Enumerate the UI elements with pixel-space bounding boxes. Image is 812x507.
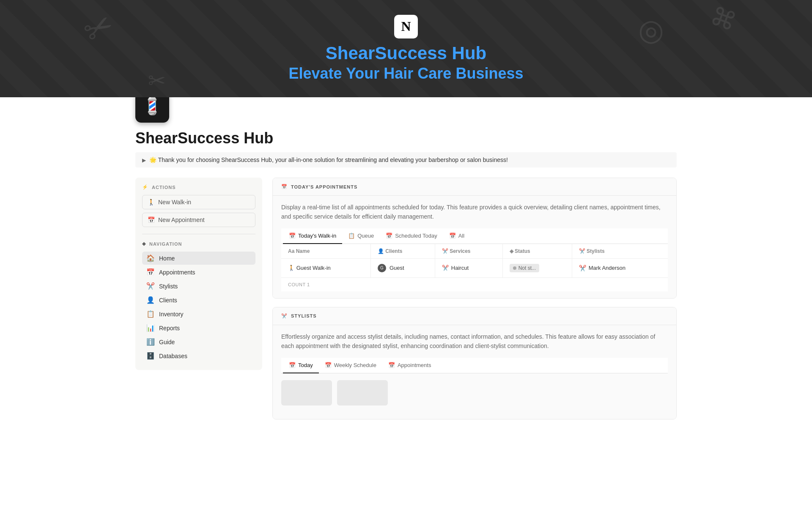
stylists-card: ✂️ Stylists Effortlessly organize and ac… bbox=[272, 307, 677, 419]
sidebar-item-inventory-label: Inventory bbox=[159, 311, 184, 318]
service-icon: ✂️ bbox=[442, 265, 449, 271]
appointments-tabs: 📅 Today's Walk-in 📋 Queue 📅 Scheduled To… bbox=[281, 228, 668, 244]
sidebar-item-reports-label: Reports bbox=[159, 325, 180, 332]
sidebar-item-appointments-label: Appointments bbox=[159, 269, 195, 276]
intro-callout[interactable]: ▶ 🌟 Thank you for choosing ShearSuccess … bbox=[135, 152, 677, 167]
new-walkin-label: New Walk-in bbox=[158, 199, 191, 206]
col-clients-icon: 👤 bbox=[378, 248, 385, 254]
stylists-card-body: Effortlessly organize and access stylist… bbox=[273, 325, 676, 419]
tab-appointments-icon: 📅 bbox=[388, 362, 395, 368]
sidebar-item-clients[interactable]: 👤 Clients bbox=[142, 293, 255, 307]
stylists-tabs: 📅 Today 📅 Weekly Schedule 📅 Appointments bbox=[281, 358, 668, 373]
page-title: ShearSuccess Hub bbox=[135, 129, 677, 147]
sidebar-item-reports[interactable]: 📊 Reports bbox=[142, 321, 255, 334]
stylist-cell-icon: ✂️ bbox=[579, 265, 586, 271]
right-panel: 📅 Today's Appointments Display a real-ti… bbox=[272, 178, 677, 428]
sidebar-item-databases[interactable]: 🗄️ Databases bbox=[142, 349, 255, 362]
tab-scheduled-icon: 📅 bbox=[386, 233, 392, 239]
new-walkin-button[interactable]: 🚶 New Walk-in bbox=[142, 195, 255, 209]
divider-1 bbox=[142, 234, 255, 234]
count-row: COUNT 1 bbox=[281, 278, 668, 291]
appointments-section-title: Today's Appointments bbox=[291, 184, 357, 189]
left-panel: ⚡ Actions 🚶 New Walk-in 📅 New Appointmen… bbox=[135, 178, 262, 370]
appointments-header-icon: 📅 bbox=[281, 184, 288, 189]
navigation-header: ◈ Navigation bbox=[142, 241, 255, 247]
deco-scissors-3: ✂ bbox=[148, 69, 166, 93]
banner-title-highlight: ShearSuccess bbox=[326, 43, 447, 63]
status-dot bbox=[513, 266, 516, 270]
sidebar-item-home-label: Home bbox=[159, 255, 175, 262]
inventory-icon: 📋 bbox=[146, 310, 155, 318]
appointments-card-body: Display a real-time list of all appointm… bbox=[273, 196, 676, 298]
tab-walkin-icon: 📅 bbox=[289, 233, 296, 239]
tab-today-icon: 📅 bbox=[289, 362, 296, 368]
header-banner: ✂ ⌘ ✂ ◎ N ShearSuccess Hub Elevate Your … bbox=[0, 0, 812, 97]
notion-logo: N bbox=[394, 15, 418, 38]
banner-subtitle: Elevate Your Hair Care Business bbox=[289, 65, 524, 82]
home-icon: 🏠 bbox=[146, 254, 155, 262]
col-stylists: ✂️ Stylists bbox=[572, 244, 668, 259]
stylists-description: Effortlessly organize and access stylist… bbox=[281, 332, 668, 351]
table-row[interactable]: 🚶 Guest Walk-in G Guest bbox=[281, 258, 668, 277]
appointments-icon: 📅 bbox=[146, 268, 155, 276]
tab-all[interactable]: 📅 All bbox=[443, 228, 470, 244]
tab-weekly-icon: 📅 bbox=[325, 362, 332, 368]
tab-todays-walkin[interactable]: 📅 Today's Walk-in bbox=[283, 228, 342, 244]
new-appointment-button[interactable]: 📅 New Appointment bbox=[142, 213, 255, 227]
sidebar-item-inventory[interactable]: 📋 Inventory bbox=[142, 307, 255, 321]
deco-scissors-1: ✂ bbox=[77, 4, 121, 52]
tab-queue-icon: 📋 bbox=[348, 233, 355, 239]
sidebar-item-stylists-label: Stylists bbox=[159, 283, 178, 290]
toggle-arrow-icon: ▶ bbox=[142, 157, 146, 163]
tab-all-icon: 📅 bbox=[449, 233, 456, 239]
lightning-icon: ⚡ bbox=[142, 184, 148, 190]
databases-icon: 🗄️ bbox=[146, 352, 155, 360]
appointments-description: Display a real-time list of all appointm… bbox=[281, 203, 668, 222]
appointments-card-header: 📅 Today's Appointments bbox=[273, 178, 676, 196]
deco-circle: ◎ bbox=[638, 13, 664, 47]
stylists-icon: ✂️ bbox=[146, 282, 155, 290]
deco-comb: ⌘ bbox=[706, 1, 740, 37]
sidebar-item-clients-label: Clients bbox=[159, 297, 177, 304]
sidebar-item-guide[interactable]: ℹ️ Guide bbox=[142, 335, 255, 348]
col-services: ✂️ Services bbox=[435, 244, 502, 259]
sidebar-item-stylists[interactable]: ✂️ Stylists bbox=[142, 280, 255, 293]
sidebar-item-guide-label: Guide bbox=[159, 339, 175, 345]
guide-icon: ℹ️ bbox=[146, 338, 155, 346]
tab-today[interactable]: 📅 Today bbox=[283, 358, 319, 373]
tab-weekly-schedule[interactable]: 📅 Weekly Schedule bbox=[319, 358, 382, 373]
stylist-card-placeholder-2 bbox=[337, 380, 388, 406]
row-stylist-cell: ✂️ Mark Anderson bbox=[572, 258, 668, 277]
banner-title: ShearSuccess Hub bbox=[326, 44, 487, 63]
intro-text: 🌟 Thank you for choosing ShearSuccess Hu… bbox=[149, 156, 508, 163]
stylists-card-header: ✂️ Stylists bbox=[273, 307, 676, 325]
row-client-cell: G Guest bbox=[370, 258, 435, 277]
calendar-icon: 📅 bbox=[148, 217, 155, 223]
client-avatar: G bbox=[378, 264, 386, 272]
walkin-icon: 🚶 bbox=[148, 199, 155, 206]
tab-appointments[interactable]: 📅 Appointments bbox=[382, 358, 437, 373]
row-status-cell: Not st... bbox=[502, 258, 572, 277]
row-name-cell: 🚶 Guest Walk-in bbox=[281, 258, 370, 277]
status-badge: Not st... bbox=[510, 264, 539, 272]
main-layout: ⚡ Actions 🚶 New Walk-in 📅 New Appointmen… bbox=[135, 178, 677, 428]
appointments-card: 📅 Today's Appointments Display a real-ti… bbox=[272, 178, 677, 299]
sidebar-item-home[interactable]: 🏠 Home bbox=[142, 252, 255, 265]
col-status: ◈ Status bbox=[502, 244, 572, 259]
stylists-header-icon: ✂️ bbox=[281, 313, 288, 319]
navigation-icon: ◈ bbox=[142, 241, 146, 247]
stylists-section-title: Stylists bbox=[291, 313, 317, 318]
clients-icon: 👤 bbox=[146, 296, 155, 304]
stylist-card-placeholder-1 bbox=[281, 380, 332, 406]
sidebar-item-databases-label: Databases bbox=[159, 353, 187, 359]
actions-header: ⚡ Actions bbox=[142, 184, 255, 190]
new-appointment-label: New Appointment bbox=[158, 217, 205, 223]
tab-queue[interactable]: 📋 Queue bbox=[342, 228, 380, 244]
col-status-icon: ◈ bbox=[510, 248, 515, 254]
row-walkin-icon: 🚶 bbox=[288, 265, 296, 271]
sidebar-item-appointments[interactable]: 📅 Appointments bbox=[142, 266, 255, 279]
tab-scheduled-today[interactable]: 📅 Scheduled Today bbox=[380, 228, 443, 244]
col-stylists-icon: ✂️ bbox=[579, 248, 587, 254]
appointments-table: Aa Name 👤 Clients ✂️ Services bbox=[281, 244, 668, 278]
col-services-icon: ✂️ bbox=[442, 248, 450, 254]
